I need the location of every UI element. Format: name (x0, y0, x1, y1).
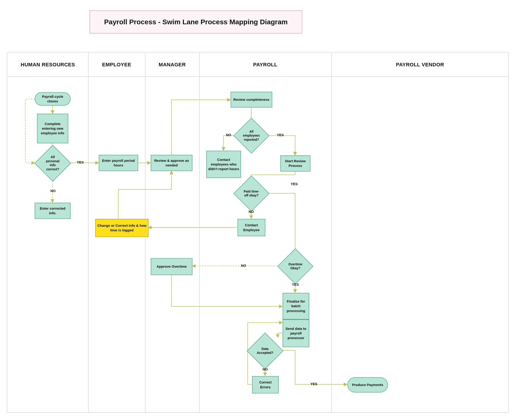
process-change-correct: Change or Correct info & how time is log… (95, 219, 149, 237)
decision-data-accepted: Data Accepted? (252, 338, 278, 364)
process-send-data: Send data to payroll processor (283, 319, 309, 347)
lane-divider (199, 52, 200, 412)
diagram-title: Payroll Process - Swim Lane Process Mapp… (104, 18, 288, 26)
terminator-produce-payments: Produce Payments (347, 377, 388, 392)
process-complete-info: Complete entering new employee info (37, 114, 68, 143)
label-yes: YES (310, 382, 317, 386)
process-contact-not-reported: Contact employees who didn't report hour… (206, 151, 241, 178)
process-correct-errors: Correct Errors (252, 376, 279, 393)
swimlane-container: HUMAN RESOURCES EMPLOYEE MANAGER PAYROLL… (7, 52, 509, 412)
label-no: NO (263, 367, 268, 371)
diagram-title-box: Payroll Process - Swim Lane Process Mapp… (90, 10, 302, 34)
lane-header-payroll: PAYROLL (199, 52, 331, 77)
label-yes: YES (277, 133, 284, 137)
process-contact-employee: Contact Employee (237, 219, 265, 236)
decision-paid-time-off: Paid time-off okay? (239, 181, 264, 206)
process-finalize-batch: Finalize for batch processing (283, 293, 309, 319)
terminator-start: Payroll cycle closes (35, 92, 70, 106)
lane-header-hr: HUMAN RESOURCES (8, 52, 88, 77)
decision-overtime-okay: Overtime Okay? (283, 254, 308, 279)
lane-header-employee: EMPLOYEE (88, 52, 145, 77)
label-yes: YES (292, 283, 299, 286)
lane-divider (88, 52, 89, 412)
process-review-approve: Review & approve as needed (151, 155, 192, 171)
label-no: NO (249, 210, 254, 214)
process-enter-corrected: Enter corrected info. (35, 203, 70, 219)
process-enter-hours: Enter payroll period hours (99, 155, 138, 171)
lane-header-vendor: PAYROLL VENDOR (331, 52, 509, 77)
process-approve-overtime: Approve Overtime (151, 258, 192, 275)
decision-all-reported: All employees reported? (239, 123, 264, 148)
process-review-completeness: Review completeness (231, 92, 272, 107)
decision-all-personal-info: All personal info correct? (40, 150, 66, 176)
label-yes: YES (291, 182, 298, 186)
lane-header-manager: MANAGER (145, 52, 199, 77)
lane-divider (331, 52, 332, 412)
process-start-review: Start Review Process (280, 155, 310, 172)
label-no: NO (50, 189, 56, 193)
label-no: NO (241, 263, 246, 267)
diagram-page: Payroll Process - Swim Lane Process Mapp… (0, 0, 516, 420)
label-yes: YES (77, 160, 84, 164)
label-no: NO (226, 133, 231, 137)
